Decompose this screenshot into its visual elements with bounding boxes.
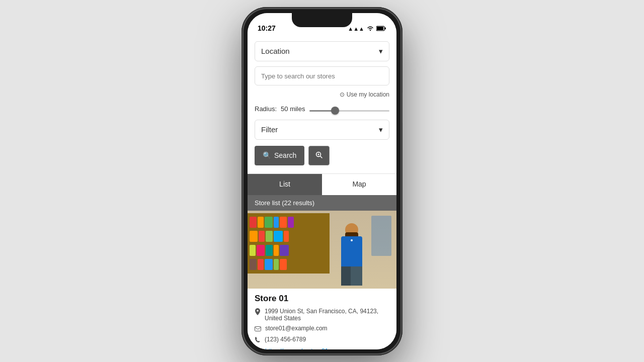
location-search-icon-button[interactable] — [308, 146, 330, 165]
volume-up-button — [242, 67, 242, 82]
radius-slider[interactable] — [309, 110, 390, 112]
store-phone: (123) 456-6789 — [265, 336, 306, 343]
svg-rect-12 — [255, 326, 261, 331]
use-my-location-button[interactable]: ⊙ Use my location — [340, 91, 389, 98]
envelope-icon — [255, 325, 261, 333]
store-phone-row: (123) 456-6789 — [255, 336, 389, 344]
notch — [292, 13, 352, 27]
store-name: Store 01 — [255, 294, 389, 304]
store-person — [337, 223, 367, 289]
radius-slider-container — [309, 105, 390, 114]
signal-icon: ▲▲▲ — [348, 26, 364, 32]
map-search-icon — [315, 152, 323, 160]
store-shelves — [248, 213, 330, 274]
radius-value: 50 miles — [281, 105, 305, 113]
svg-line-5 — [320, 156, 323, 158]
app-content: Location ▾ ⊙ Use my location Radius: — [248, 35, 396, 349]
svg-point-0 — [370, 29, 371, 30]
status-icons: ▲▲▲ — [348, 26, 386, 32]
store-email: store01@example.com — [265, 325, 328, 332]
status-time: 10:27 — [258, 24, 276, 32]
battery-icon — [376, 26, 386, 32]
svg-point-13 — [255, 348, 261, 349]
search-button[interactable]: 🔍 Search — [255, 146, 304, 165]
search-section: Location ▾ ⊙ Use my location Radius: — [248, 35, 396, 173]
store-website[interactable]: https://example-store01.com — [265, 347, 341, 349]
store-website-row: https://example-store01.com — [255, 347, 389, 349]
filter-dropdown[interactable]: Filter ▾ — [255, 120, 389, 140]
tab-list[interactable]: List — [248, 174, 322, 195]
location-target-icon: ⊙ — [340, 91, 345, 98]
chevron-down-icon: ▾ — [379, 47, 383, 56]
store-image — [248, 211, 396, 289]
search-btn-icon: 🔍 — [263, 151, 271, 159]
radius-label: Radius: — [255, 105, 277, 113]
store-address-row: 1999 Union St, San Francisco, CA, 94123,… — [255, 308, 389, 322]
phone-screen: 10:27 ▲▲▲ — [248, 13, 396, 349]
location-label: Location — [261, 47, 290, 55]
view-tabs: List Map — [248, 173, 396, 195]
bg-item — [371, 216, 391, 256]
phone-frame: 10:27 ▲▲▲ — [242, 7, 403, 355]
svg-point-6 — [318, 153, 319, 155]
power-button — [402, 93, 403, 123]
location-dropdown[interactable]: Location ▾ — [255, 41, 389, 61]
volume-down-button — [242, 90, 242, 105]
location-pin-icon — [255, 308, 261, 317]
filter-chevron-down-icon: ▾ — [379, 125, 383, 134]
svg-rect-3 — [385, 27, 386, 29]
svg-point-14 — [257, 348, 259, 349]
store-address: 1999 Union St, San Francisco, CA, 94123,… — [265, 308, 389, 322]
phone-icon — [255, 336, 261, 344]
svg-point-11 — [257, 310, 259, 312]
radius-section: Radius: 50 miles — [255, 105, 389, 114]
use-location-section: ⊙ Use my location — [255, 89, 389, 99]
filter-label: Filter — [261, 125, 278, 134]
store-info-section: Store 01 1999 Union St, San Francisco, C… — [248, 289, 396, 349]
search-buttons-section: 🔍 Search — [255, 146, 389, 165]
wifi-icon — [367, 26, 374, 32]
silent-switch — [242, 113, 242, 128]
tab-map[interactable]: Map — [322, 174, 396, 195]
store-search-input[interactable] — [261, 72, 383, 80]
store-search-input-wrapper — [255, 66, 389, 85]
link-icon — [255, 348, 261, 349]
svg-rect-2 — [377, 27, 383, 30]
store-email-row: store01@example.com — [255, 325, 389, 333]
store-list-header: Store list (22 results) — [248, 195, 396, 211]
